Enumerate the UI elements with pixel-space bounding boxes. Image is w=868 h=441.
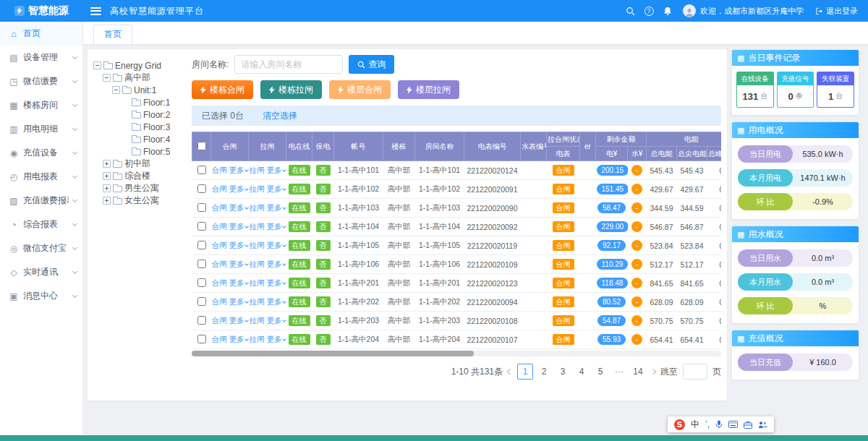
- more-dropdown[interactable]: 更多: [229, 184, 248, 193]
- sidebar-item-device-management[interactable]: ▤设备管理: [0, 46, 82, 69]
- sidebar-item-realtime-comm[interactable]: ◇实时通讯: [0, 260, 82, 284]
- open-action-link[interactable]: 拉闸: [250, 316, 265, 325]
- open-action-link[interactable]: 拉闸: [250, 184, 265, 193]
- room-name-input[interactable]: [234, 55, 343, 74]
- tree-expander-icon[interactable]: [103, 197, 111, 205]
- tree-expander-icon[interactable]: [103, 160, 111, 168]
- building-close-button[interactable]: 楼栋合闸: [192, 80, 253, 99]
- close-action-link[interactable]: 合闸: [212, 316, 227, 325]
- prev-page-icon[interactable]: [507, 369, 513, 374]
- tree-expander-icon[interactable]: [103, 74, 111, 82]
- more-dropdown[interactable]: 更多: [229, 166, 248, 174]
- logout-button[interactable]: 退出登录: [815, 6, 858, 17]
- more-dropdown[interactable]: 更多: [266, 260, 286, 268]
- sidebar-item-electricity-report[interactable]: ◴用电报表: [0, 165, 82, 189]
- row-checkbox[interactable]: [197, 297, 206, 306]
- close-action-link[interactable]: 合闸: [212, 297, 227, 306]
- ime-mic-icon[interactable]: [715, 420, 723, 429]
- more-dropdown[interactable]: 更多: [229, 335, 248, 343]
- tree-node-floor-4[interactable]: Floor:4: [93, 133, 186, 145]
- more-dropdown[interactable]: 更多: [266, 316, 286, 325]
- search-icon[interactable]: [621, 1, 639, 20]
- pager-page-14[interactable]: 14: [630, 364, 646, 380]
- bell-icon[interactable]: [658, 1, 677, 20]
- tree-node-unit-1[interactable]: Unit:1: [93, 84, 186, 96]
- more-dropdown[interactable]: 更多: [229, 297, 248, 306]
- more-dropdown[interactable]: 更多: [266, 203, 286, 212]
- more-dropdown[interactable]: 更多: [266, 166, 286, 174]
- open-action-link[interactable]: 拉闸: [250, 241, 265, 249]
- ime-keyboard-icon[interactable]: [728, 421, 738, 428]
- open-action-link[interactable]: 拉闸: [250, 203, 265, 212]
- sidebar-item-wechat-alipay[interactable]: ◎微信支付宝: [0, 236, 82, 260]
- building-open-button[interactable]: 楼栋拉闸: [260, 80, 322, 99]
- row-checkbox[interactable]: [197, 203, 206, 212]
- scrollbar-thumb[interactable]: [192, 351, 474, 356]
- clear-selection-link[interactable]: 清空选择: [263, 110, 297, 122]
- pager-page-1[interactable]: 1: [517, 364, 533, 380]
- more-dropdown[interactable]: 更多: [229, 203, 248, 212]
- row-checkbox[interactable]: [197, 335, 206, 343]
- select-all-checkbox[interactable]: [197, 142, 206, 150]
- tree-expander-icon[interactable]: [103, 184, 111, 192]
- floor-close-button[interactable]: 楼层合闸: [329, 80, 391, 99]
- tree-node-female-dorm[interactable]: 女生公寓: [93, 194, 186, 207]
- open-action-link[interactable]: 拉闸: [250, 278, 265, 287]
- sidebar-item-message-center[interactable]: ▣消息中心: [0, 284, 82, 308]
- sidebar-item-building-rooms[interactable]: ▦楼栋房间: [0, 93, 82, 117]
- more-dropdown[interactable]: 更多: [266, 278, 286, 287]
- tree-expander-icon[interactable]: [112, 86, 120, 94]
- more-dropdown[interactable]: 更多: [229, 222, 248, 231]
- more-dropdown[interactable]: 更多: [229, 241, 248, 249]
- more-dropdown[interactable]: 更多: [229, 316, 248, 325]
- pager-page-3[interactable]: 3: [555, 364, 571, 380]
- row-checkbox[interactable]: [197, 260, 206, 268]
- ime-toolbox-icon[interactable]: [744, 421, 752, 429]
- floor-open-button[interactable]: 楼层拉闸: [398, 80, 459, 99]
- jump-page-input[interactable]: [683, 364, 707, 380]
- help-icon[interactable]: ?: [639, 1, 658, 20]
- pager-page-2[interactable]: 2: [536, 364, 552, 380]
- avatar[interactable]: [683, 4, 696, 17]
- open-action-link[interactable]: 拉闸: [250, 335, 265, 343]
- sidebar-item-wechat-payment[interactable]: ◳微信缴费: [0, 69, 82, 93]
- pager-page-5[interactable]: 5: [592, 364, 608, 380]
- row-checkbox[interactable]: [197, 184, 206, 193]
- row-checkbox[interactable]: [197, 241, 206, 249]
- sidebar-item-recharge-devices[interactable]: ◉充值设备: [0, 141, 82, 165]
- more-dropdown[interactable]: 更多: [266, 335, 286, 343]
- sidebar-item-home[interactable]: ⌂首页: [0, 22, 82, 46]
- more-dropdown[interactable]: 更多: [229, 260, 248, 268]
- more-dropdown[interactable]: 更多: [266, 241, 286, 249]
- more-dropdown[interactable]: 更多: [266, 297, 286, 306]
- open-action-link[interactable]: 拉闸: [250, 297, 265, 306]
- close-action-link[interactable]: 合闸: [212, 335, 227, 343]
- next-page-icon[interactable]: [650, 369, 656, 374]
- collapse-menu-icon[interactable]: [90, 7, 101, 15]
- sidebar-item-electricity-detail[interactable]: ▥用电明细: [0, 117, 82, 141]
- close-action-link[interactable]: 合闸: [212, 222, 227, 231]
- open-action-link[interactable]: 拉闸: [250, 222, 265, 231]
- tree-node-floor-1[interactable]: Floor:1: [93, 96, 186, 108]
- close-action-link[interactable]: 合闸: [212, 184, 227, 193]
- ime-lang-toggle[interactable]: 中: [691, 419, 699, 431]
- search-button[interactable]: 查询: [349, 55, 394, 74]
- sogou-logo-icon[interactable]: S: [674, 419, 685, 430]
- tree-expander-icon[interactable]: [93, 61, 101, 69]
- row-checkbox[interactable]: [197, 222, 206, 231]
- tab-home[interactable]: 首页: [93, 25, 132, 44]
- more-dropdown[interactable]: 更多: [266, 184, 286, 193]
- open-action-link[interactable]: 拉闸: [250, 260, 265, 268]
- tree-node-floor-3[interactable]: Floor:3: [93, 121, 186, 133]
- ime-people-icon[interactable]: [758, 421, 767, 429]
- horizontal-scrollbar[interactable]: [192, 351, 721, 356]
- tree-node-junior-high[interactable]: 初中部: [93, 158, 186, 170]
- tree-node-male-dorm[interactable]: 男生公寓: [93, 182, 186, 194]
- close-action-link[interactable]: 合闸: [212, 203, 227, 212]
- close-action-link[interactable]: 合闸: [212, 166, 227, 174]
- ime-punctuation-toggle[interactable]: ’,: [705, 419, 710, 429]
- close-action-link[interactable]: 合闸: [212, 260, 227, 268]
- tree-node-senior-high[interactable]: 高中部: [93, 72, 186, 84]
- tree-expander-icon[interactable]: [103, 172, 111, 180]
- pager-page-4[interactable]: 4: [574, 364, 590, 380]
